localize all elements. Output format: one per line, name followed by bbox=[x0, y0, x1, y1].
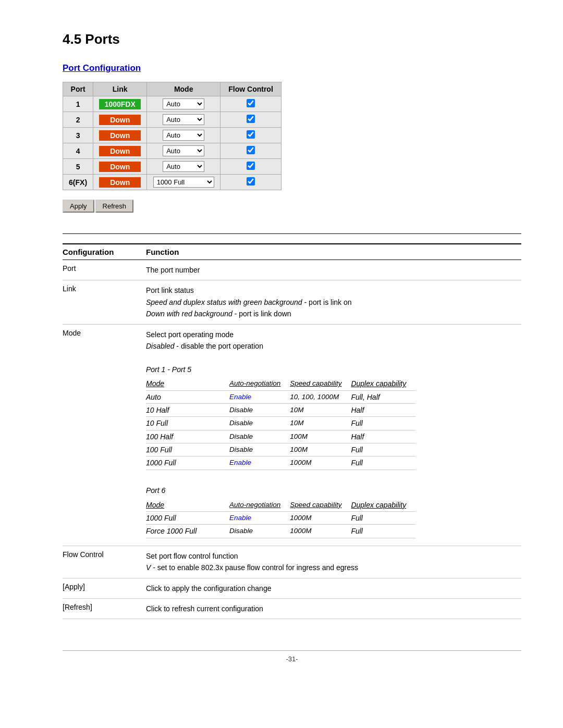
ref-config-link: Link bbox=[63, 280, 146, 324]
p6-force1000full-duplex: Full bbox=[351, 525, 415, 538]
port-mode[interactable]: Auto10 Half10 Full100 Half100 Full1000 F… bbox=[147, 96, 221, 112]
port-flow-control[interactable] bbox=[221, 175, 282, 190]
apply-button[interactable]: Apply bbox=[63, 200, 94, 213]
p6-mode-col: Mode bbox=[146, 499, 229, 512]
table-row: 2DownAuto10 Half10 Full100 Half100 Full1… bbox=[63, 112, 282, 128]
p6-auto-neg-col: Auto-negotiation bbox=[229, 499, 290, 512]
p6-force1000full: Force 1000 Full bbox=[146, 525, 229, 538]
flow-control-checkbox[interactable] bbox=[247, 115, 255, 123]
ref-row-link: Link Port link status Speed and duplex s… bbox=[63, 280, 521, 324]
col-link: Link bbox=[93, 82, 147, 96]
ref-config-refresh: [Refresh] bbox=[63, 598, 146, 619]
mode-100full-neg: Disable bbox=[229, 443, 290, 456]
section-title: Port Configuration bbox=[63, 63, 521, 73]
mode-10full-duplex: Full bbox=[351, 417, 415, 430]
port-flow-control[interactable] bbox=[221, 143, 282, 159]
p6-speed-col: Speed capability bbox=[290, 499, 351, 512]
port-mode[interactable]: Auto10 Half10 Full100 Half100 Full1000 F… bbox=[147, 159, 221, 175]
ref-function-refresh: Click to refresh current configuration bbox=[146, 598, 521, 619]
ref-row-mode: Mode Select port operating mode Disabled… bbox=[63, 324, 521, 546]
divider bbox=[63, 233, 521, 234]
page-footer: -31- bbox=[63, 650, 521, 663]
port-table: Port Link Mode Flow Control 11000FDXAuto… bbox=[63, 82, 282, 190]
mode-100full-duplex: Full bbox=[351, 443, 415, 456]
port-flow-control[interactable] bbox=[221, 128, 282, 143]
page-number: -31- bbox=[286, 655, 298, 663]
mode-select[interactable]: Auto10 Half10 Full100 Half100 Full1000 F… bbox=[163, 98, 204, 109]
table-row: 5DownAuto10 Half10 Full100 Half100 Full1… bbox=[63, 159, 282, 175]
mode-sub-table-6: Mode Auto-negotiation Speed capability D… bbox=[146, 499, 415, 538]
port-mode[interactable]: 1000 FullForce 1000 Full bbox=[147, 175, 221, 190]
mode-select[interactable]: Auto10 Half10 Full100 Half100 Full1000 F… bbox=[163, 145, 204, 156]
mode-select[interactable]: Auto10 Half10 Full100 Half100 Full1000 F… bbox=[163, 130, 204, 141]
ref-function-mode: Select port operating mode Disabled - di… bbox=[146, 324, 521, 546]
port-flow-control[interactable] bbox=[221, 96, 282, 112]
port-link-status: 1000FDX bbox=[93, 96, 147, 112]
ref-config-mode: Mode bbox=[63, 324, 146, 546]
p6-1000full-duplex: Full bbox=[351, 512, 415, 525]
mode-select[interactable]: Auto10 Half10 Full100 Half100 Full1000 F… bbox=[163, 161, 204, 172]
mode-auto-duplex: Full, Half bbox=[351, 390, 415, 403]
col-port: Port bbox=[63, 82, 93, 96]
p6-duplex-col: Duplex capability bbox=[351, 499, 415, 512]
flow-control-checkbox[interactable] bbox=[247, 162, 255, 170]
mode-col-auto-neg: Auto-negotiation bbox=[229, 377, 290, 390]
port-mode[interactable]: Auto10 Half10 Full100 Half100 Full1000 F… bbox=[147, 128, 221, 143]
p6-force1000full-neg: Disable bbox=[229, 525, 290, 538]
ref-row-refresh: [Refresh] Click to refresh current confi… bbox=[63, 598, 521, 619]
action-buttons: Apply Refresh bbox=[63, 200, 521, 213]
mode-100half-neg: Disable bbox=[229, 430, 290, 443]
ref-function-port: The port number bbox=[146, 260, 521, 280]
flow-control-checkbox[interactable] bbox=[247, 146, 255, 154]
mode-1000full-speed: 1000M bbox=[290, 456, 351, 470]
ref-function-apply: Click to apply the configuration change bbox=[146, 578, 521, 598]
flow-control-checkbox[interactable] bbox=[247, 130, 255, 139]
page-title: 4.5 Ports bbox=[63, 31, 521, 47]
mode-col-speed: Speed capability bbox=[290, 377, 351, 390]
p6-1000full-neg: Enable bbox=[229, 512, 290, 525]
port-flow-control[interactable] bbox=[221, 112, 282, 128]
mode-auto-neg-auto: Enable bbox=[229, 390, 290, 403]
port-mode[interactable]: Auto10 Half10 Full100 Half100 Full1000 F… bbox=[147, 112, 221, 128]
mode-1000full: 1000 Full bbox=[146, 456, 229, 470]
mode-select[interactable]: Auto10 Half10 Full100 Half100 Full1000 F… bbox=[163, 114, 204, 125]
mode-1000full-duplex: Full bbox=[351, 456, 415, 470]
p6-force1000full-speed: 1000M bbox=[290, 525, 351, 538]
port-flow-control[interactable] bbox=[221, 159, 282, 175]
mode-select[interactable]: 1000 FullForce 1000 Full bbox=[153, 177, 214, 188]
table-row: 3DownAuto10 Half10 Full100 Half100 Full1… bbox=[63, 128, 282, 143]
port-number: 5 bbox=[63, 159, 93, 175]
ref-config-port: Port bbox=[63, 260, 146, 280]
refresh-button[interactable]: Refresh bbox=[95, 200, 134, 213]
mode-100half-speed: 100M bbox=[290, 430, 351, 443]
port-number: 1 bbox=[63, 96, 93, 112]
port-link-status: Down bbox=[93, 143, 147, 159]
port-link-status: Down bbox=[93, 175, 147, 190]
port-number: 2 bbox=[63, 112, 93, 128]
mode-10full-speed: 10M bbox=[290, 417, 351, 430]
mode-100full-speed: 100M bbox=[290, 443, 351, 456]
ref-function-link: Port link status Speed and duplex status… bbox=[146, 280, 521, 324]
mode-10full-neg: Disable bbox=[229, 417, 290, 430]
ref-row-apply: [Apply] Click to apply the configuration… bbox=[63, 578, 521, 598]
col-mode: Mode bbox=[147, 82, 221, 96]
mode-10full: 10 Full bbox=[146, 417, 229, 430]
port-number: 3 bbox=[63, 128, 93, 143]
ref-row-flow-control: Flow Control Set port flow control funct… bbox=[63, 546, 521, 578]
ref-col-config: Configuration bbox=[63, 244, 146, 260]
mode-100full: 100 Full bbox=[146, 443, 229, 456]
port-link-status: Down bbox=[93, 159, 147, 175]
ref-function-flow: Set port flow control function V - set t… bbox=[146, 546, 521, 578]
mode-10half-neg: Disable bbox=[229, 403, 290, 416]
reference-table: Configuration Function Port The port num… bbox=[63, 243, 521, 619]
port-number: 6(FX) bbox=[63, 175, 93, 190]
mode-10half: 10 Half bbox=[146, 403, 229, 416]
col-flow-control: Flow Control bbox=[221, 82, 282, 96]
flow-control-checkbox[interactable] bbox=[247, 177, 255, 186]
ref-config-apply: [Apply] bbox=[63, 578, 146, 598]
port-mode[interactable]: Auto10 Half10 Full100 Half100 Full1000 F… bbox=[147, 143, 221, 159]
flow-control-checkbox[interactable] bbox=[247, 99, 255, 107]
mode-10half-speed: 10M bbox=[290, 403, 351, 416]
table-row: 11000FDXAuto10 Half10 Full100 Half100 Fu… bbox=[63, 96, 282, 112]
mode-col-mode: Mode bbox=[146, 377, 229, 390]
